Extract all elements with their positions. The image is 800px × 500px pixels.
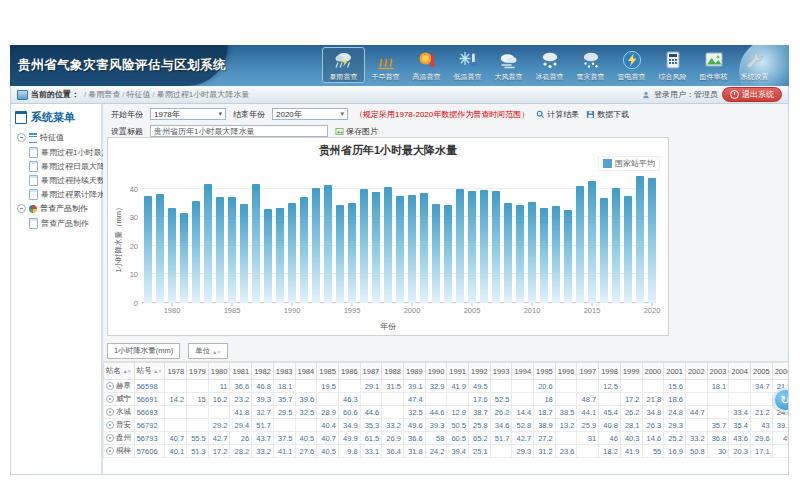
expander-icon[interactable]: [17, 204, 26, 213]
col-year-1996[interactable]: 1996: [555, 363, 577, 380]
bar-2005[interactable]: [468, 191, 476, 303]
col-year-2000[interactable]: 2000: [642, 363, 664, 380]
col-year-1988[interactable]: 1988: [382, 363, 404, 380]
col-year-1986[interactable]: 1986: [338, 363, 360, 380]
bar-1998[interactable]: [384, 187, 392, 303]
col-year-2005[interactable]: 2005: [750, 363, 772, 380]
sort-icons[interactable]: ▴▿: [152, 368, 163, 374]
row-expander-icon[interactable]: [106, 447, 114, 455]
col-year-2004[interactable]: 2004: [729, 363, 751, 380]
bar-1985[interactable]: [228, 197, 236, 303]
row-expander-icon[interactable]: [106, 434, 114, 442]
bar-1978[interactable]: [144, 196, 152, 303]
row-expander-icon[interactable]: [106, 395, 114, 403]
bar-1984[interactable]: [216, 197, 224, 303]
col-year-1991[interactable]: 1991: [447, 363, 469, 380]
toolbar-item-lightning[interactable]: 雷电普查: [611, 47, 652, 83]
col-station-id[interactable]: 站号 ▴▿: [134, 363, 165, 380]
bar-1981[interactable]: [180, 213, 188, 303]
tree-item-暴雨过程持续天数[interactable]: 暴雨过程持续天数: [11, 173, 101, 187]
tree-group-普查产品制作[interactable]: 普查产品制作: [11, 201, 101, 216]
tree-item-暴雨过程累计降水量[interactable]: 暴雨过程累计降水量: [11, 187, 101, 201]
bar-2014[interactable]: [576, 186, 584, 303]
tree-group-特征值[interactable]: 特征值: [11, 130, 101, 145]
bar-2015[interactable]: [588, 181, 596, 303]
bar-1987[interactable]: [252, 184, 260, 303]
start-year-select[interactable]: 1978年 ▾: [150, 108, 226, 120]
toolbar-item-rainstorm[interactable]: 暴雨普查: [322, 47, 365, 83]
toolbar-item-low-temp[interactable]: 低温普查: [447, 47, 488, 83]
bar-2002[interactable]: [432, 204, 440, 303]
bar-2016[interactable]: [600, 198, 608, 303]
bar-2009[interactable]: [516, 205, 524, 303]
bar-2003[interactable]: [444, 205, 452, 303]
col-year-1997[interactable]: 1997: [577, 363, 599, 380]
col-year-1985[interactable]: 1985: [317, 363, 339, 380]
unit-select[interactable]: 单位 ▴▿: [188, 343, 228, 359]
col-year-1978[interactable]: 1978: [165, 363, 187, 380]
col-year-1994[interactable]: 1994: [512, 363, 534, 380]
col-year-1987[interactable]: 1987: [360, 363, 382, 380]
col-year-2003[interactable]: 2003: [707, 363, 729, 380]
col-year-1990[interactable]: 1990: [425, 363, 447, 380]
toolbar-item-settings[interactable]: 系统设置: [734, 47, 775, 83]
expander-icon[interactable]: [17, 133, 26, 142]
bar-2001[interactable]: [420, 193, 428, 303]
bar-2008[interactable]: [504, 203, 512, 303]
col-year-1983[interactable]: 1983: [273, 363, 295, 380]
col-year-1980[interactable]: 1980: [208, 363, 230, 380]
bar-1982[interactable]: [192, 201, 200, 303]
bar-2013[interactable]: [564, 210, 572, 303]
bar-1983[interactable]: [204, 184, 212, 303]
col-year-1995[interactable]: 1995: [534, 363, 556, 380]
col-year-2001[interactable]: 2001: [664, 363, 686, 380]
col-year-1982[interactable]: 1982: [252, 363, 274, 380]
bar-1980[interactable]: [168, 208, 176, 303]
chart-title-input[interactable]: [150, 125, 328, 137]
bar-1996[interactable]: [360, 189, 368, 303]
bar-1994[interactable]: [336, 205, 344, 303]
col-year-1981[interactable]: 1981: [230, 363, 252, 380]
tree-item-暴雨过程1小时最大降水量[interactable]: 暴雨过程1小时最大降水量: [11, 145, 101, 159]
toolbar-item-snow[interactable]: 雪灾普查: [570, 47, 611, 83]
toolbar-item-hail[interactable]: 冰雹普查: [529, 47, 570, 83]
row-expander-icon[interactable]: [106, 421, 114, 429]
toolbar-item-drought[interactable]: 干旱普查: [365, 47, 406, 83]
bar-2019[interactable]: [636, 176, 644, 303]
bar-2018[interactable]: [624, 196, 632, 303]
bar-2004[interactable]: [456, 189, 464, 303]
col-year-1993[interactable]: 1993: [490, 363, 512, 380]
tree-item-普查产品制作[interactable]: 普查产品制作: [11, 216, 101, 230]
bar-2017[interactable]: [612, 188, 620, 303]
breadcrumb-item[interactable]: 特征值: [126, 90, 150, 99]
row-expander-icon[interactable]: [106, 382, 114, 390]
bar-2011[interactable]: [540, 208, 548, 303]
bar-1988[interactable]: [264, 209, 272, 303]
tree-item-暴雨过程日最大降水量[interactable]: 暴雨过程日最大降水量: [11, 159, 101, 173]
col-year-1999[interactable]: 1999: [620, 363, 642, 380]
calculate-button[interactable]: 计算结果: [536, 109, 579, 120]
bar-1997[interactable]: [372, 192, 380, 303]
bar-2010[interactable]: [528, 202, 536, 303]
bar-1989[interactable]: [276, 208, 284, 303]
col-year-1979[interactable]: 1979: [187, 363, 209, 380]
sort-icons[interactable]: ▴▿: [121, 368, 132, 374]
end-year-select[interactable]: 2020年 ▾: [272, 108, 348, 120]
bar-1991[interactable]: [300, 197, 308, 303]
bar-1990[interactable]: [288, 203, 296, 303]
col-year-1998[interactable]: 1998: [599, 363, 621, 380]
bar-1993[interactable]: [324, 185, 332, 303]
save-image-button[interactable]: 保存图片: [335, 126, 378, 137]
bar-1986[interactable]: [240, 204, 248, 303]
download-button[interactable]: 数据下载: [586, 109, 629, 120]
col-station-name[interactable]: 站名 ▴▿: [104, 363, 135, 380]
col-year-1984[interactable]: 1984: [295, 363, 317, 380]
col-year-1989[interactable]: 1989: [403, 363, 425, 380]
bar-1992[interactable]: [312, 188, 320, 303]
row-expander-icon[interactable]: [106, 408, 114, 416]
bar-2006[interactable]: [480, 190, 488, 303]
value-type-box[interactable]: 1小时降水量(mm): [107, 343, 180, 359]
col-year-2006[interactable]: 2006: [772, 363, 788, 380]
toolbar-item-composite-risk[interactable]: 综合风险: [652, 47, 693, 83]
breadcrumb-item[interactable]: 暴雨普查: [88, 90, 120, 99]
